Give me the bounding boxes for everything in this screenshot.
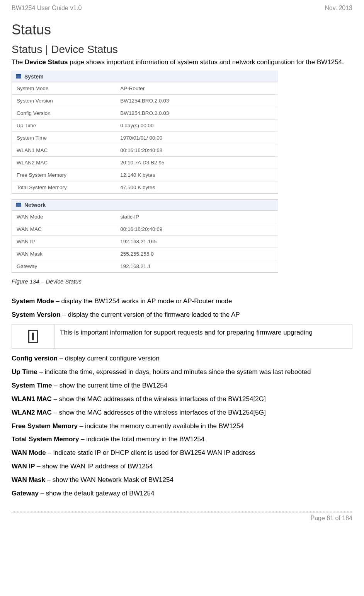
row-label: WAN Mode [12,211,116,223]
row-label: Free System Memory [12,169,116,181]
system-table: System System ModeAP-RouterSystem Versio… [12,71,278,194]
definition-line: WAN IP – show the WAN IP address of BW12… [12,462,352,471]
definition-desc: – show the default gateway of BW1254 [39,490,155,497]
definition-line: Up Time – indicate the time, expressed i… [12,368,352,377]
row-value: 1970/01/01/ 00:00 [116,131,278,144]
row-value: 00:16:16:20:40:69 [116,223,278,235]
table-row: System Time1970/01/01/ 00:00 [12,131,278,144]
definition-desc: – indicate the memory currently availabl… [78,422,244,430]
header-left: BW1254 User Guide v1.0 [12,5,82,12]
definition-line: System Version – display the current ver… [12,311,352,319]
table-row: System VersionBW1254.BRO.2.0.03 [12,94,278,107]
definition-line: WLAN1 MAC – show the MAC addresses of th… [12,395,352,404]
row-label: WLAN2 MAC [12,156,116,169]
table-row: Total System Memory47,500 K bytes [12,181,278,193]
intro-paragraph: The Device Status page shows important i… [12,58,352,67]
definition-line: Gateway – show the default gateway of BW… [12,489,352,498]
window-icon [16,203,21,207]
window-icon [16,74,21,79]
definition-term: WAN Mode [12,449,46,456]
definition-term: WAN IP [12,463,35,470]
row-label: Up Time [12,119,116,131]
definition-desc: – show the WAN Network Mask of BW1254 [45,476,173,483]
definition-desc: – display current configure version [58,355,160,362]
row-label: WLAN1 MAC [12,144,116,156]
info-icon [28,330,38,343]
row-value: 192.168.21.1 [116,260,278,272]
definition-desc: – indicate the time, expressed in days, … [37,368,311,376]
definition-term: Up Time [12,368,37,376]
row-value: 192.168.21.165 [116,235,278,248]
system-table-heading: System [24,73,44,80]
row-label: Total System Memory [12,181,116,193]
row-label: Config Version [12,107,116,119]
table-row: Gateway192.168.21.1 [12,260,278,272]
info-callout: This is important information for suppor… [12,324,352,349]
definition-line: System Mode – display the BW1254 works i… [12,297,352,306]
row-label: WAN IP [12,235,116,248]
definition-term: System Time [12,382,52,389]
row-value: 47,500 K bytes [116,181,278,193]
definition-line: Total System Memory – indicate the total… [12,435,352,444]
page-content: Status Status | Device Status The Device… [0,22,364,507]
table-row: WAN Mask255.255.255.0 [12,248,278,260]
row-value: AP-Router [116,82,278,95]
intro-bold: Device Status [25,58,68,66]
definition-line: WLAN2 MAC – show the MAC addresses of th… [12,408,352,417]
definition-term: System Version [12,311,61,318]
page-title: Status [12,22,352,38]
footer-divider [12,512,352,512]
row-value: BW1254.BRO.2.0.03 [116,107,278,119]
definition-desc: – show the WAN IP address of BW1254 [35,463,153,470]
row-value: 00:16:16:20:40:68 [116,144,278,156]
definition-term: Free System Memory [12,422,78,430]
row-value: 12,140 K bytes [116,169,278,181]
table-row: Free System Memory12,140 K bytes [12,169,278,181]
row-value: static-IP [116,211,278,223]
table-row: WLAN1 MAC00:16:16:20:40:68 [12,144,278,156]
definition-line: System Time – show the current time of t… [12,381,352,390]
row-label: System Version [12,94,116,107]
row-label: Gateway [12,260,116,272]
definition-desc: – display the BW1254 works in AP mode or… [54,297,232,305]
table-row: Up Time0 day(s) 00:00 [12,119,278,131]
definition-line: Free System Memory – indicate the memory… [12,422,352,431]
system-table-head: System [12,71,278,82]
definition-desc: – display the current version of the fir… [61,311,240,318]
system-status-rows: System ModeAP-RouterSystem VersionBW1254… [12,82,278,193]
row-label: System Mode [12,82,116,95]
row-label: WAN Mask [12,248,116,260]
definition-desc: – show the MAC addresses of the wireless… [52,409,266,416]
definition-desc: – indicate static IP or DHCP client is u… [46,449,255,456]
table-row: WAN Modestatic-IP [12,211,278,223]
page-footer: Page 81 of 184 [0,514,364,529]
page-header: BW1254 User Guide v1.0 Nov. 2013 [0,0,364,15]
definition-term: System Mode [12,297,54,305]
definition-term: Config version [12,355,58,362]
row-value: 255.255.255.0 [116,248,278,260]
definition-desc: – indicate the total memory in the BW125… [79,435,204,443]
info-icon-cell [12,324,54,348]
table-row: WLAN2 MAC20:10:7A:D3:B2:95 [12,156,278,169]
intro-pre: The [12,58,25,66]
figure-caption: Figure 134 – Device Status [12,278,352,285]
intro-post: page shows important information of syst… [68,58,344,66]
definition-term: WLAN1 MAC [12,395,52,403]
network-status-rows: WAN Modestatic-IPWAN MAC00:16:16:20:40:6… [12,211,278,272]
row-label: System Time [12,131,116,144]
definition-term: WLAN2 MAC [12,409,52,416]
info-text: This is important information for suppor… [54,324,352,348]
network-table-head: Network [12,200,278,211]
row-value: BW1254.BRO.2.0.03 [116,94,278,107]
network-table: Network WAN Modestatic-IPWAN MAC00:16:16… [12,199,278,273]
table-row: Config VersionBW1254.BRO.2.0.03 [12,107,278,119]
definition-line: WAN Mask – show the WAN Network Mask of … [12,476,352,485]
network-table-heading: Network [24,202,46,208]
table-row: WAN IP192.168.21.165 [12,235,278,248]
definition-term: Gateway [12,490,39,497]
table-row: System ModeAP-Router [12,82,278,95]
definition-desc: – show the MAC addresses of the wireless… [52,395,266,403]
definition-line: WAN Mode – indicate static IP or DHCP cl… [12,449,352,458]
definition-term: WAN Mask [12,476,45,483]
definition-desc: – show the current time of the BW1254 [52,382,168,389]
